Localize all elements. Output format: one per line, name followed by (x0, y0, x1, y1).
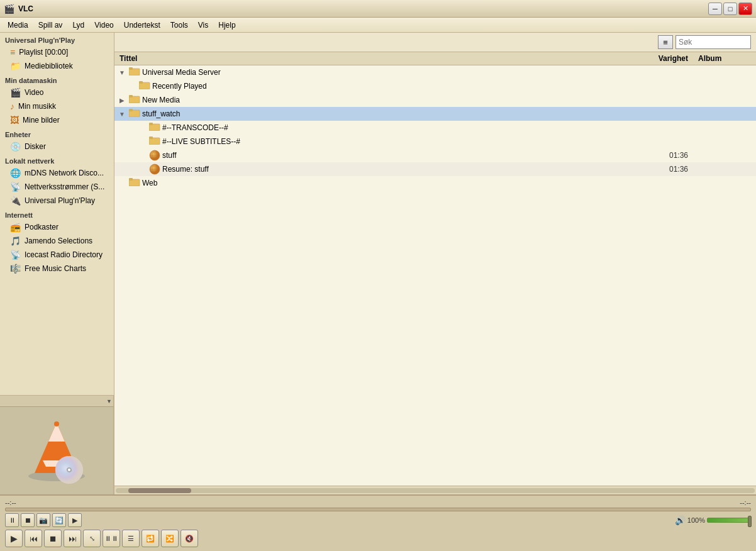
prev-button[interactable]: ⏮ (25, 530, 42, 547)
repeat-button[interactable]: 🔁 (142, 530, 159, 547)
mid-section: Universal Plug'n'Play ≡ Playlist [00:00]… (0, 33, 756, 494)
loop-button[interactable]: 🔄 (52, 513, 66, 527)
snapshot-button[interactable]: ⏸ (5, 513, 19, 527)
sidebar-item-label: Free Music Charts (25, 264, 86, 273)
network-icon-3: 🔌 (10, 196, 21, 206)
close-button[interactable]: ✕ (738, 3, 752, 15)
vlc-logo (22, 416, 91, 486)
folder-icon (139, 81, 150, 92)
menu-media[interactable]: Media (3, 19, 33, 31)
sidebar-item-label: Universal Plug'n'Play (25, 196, 95, 205)
expand-icon[interactable]: ▶ (117, 95, 127, 105)
fullscreen-button[interactable]: ⤡ (83, 530, 101, 547)
table-row[interactable]: ▶ New Media (114, 93, 756, 107)
menu-lyd[interactable]: Lyd (67, 19, 89, 31)
folder-icon (149, 122, 160, 133)
table-row[interactable]: Resume: stuff 01:36 (114, 162, 756, 176)
sidebar-item-label: Mediebibliotek (25, 62, 73, 70)
network-icon-2: 📡 (10, 182, 21, 192)
expand-icon[interactable] (137, 164, 147, 174)
playlist-button[interactable]: ☰ (122, 530, 140, 547)
section-header-network: Lokalt nettverk (0, 153, 105, 166)
sidebar-item-free-music-charts[interactable]: 🎼 Free Music Charts (0, 262, 105, 276)
sidebar-item-disker[interactable]: 💿 Disker (0, 140, 105, 153)
menu-vis[interactable]: Vis (193, 19, 213, 31)
expand-icon[interactable] (137, 136, 147, 147)
next-button[interactable]: ⏭ (64, 530, 81, 547)
tree-item-label: Web (142, 179, 630, 187)
volume-label: 100% (687, 516, 705, 524)
time-remaining: --:-- (740, 499, 751, 506)
globe-icon (149, 150, 160, 161)
app-window: 🎬 VLC ─ □ ✕ Media Spill av Lyd Video Und… (0, 0, 756, 551)
menu-video[interactable]: Video (89, 19, 118, 31)
col-header-title: Tittel (114, 54, 630, 63)
sidebar-item-podcasts[interactable]: 📻 Podkaster (0, 220, 105, 234)
mute-button[interactable]: 🔇 (181, 530, 198, 547)
svg-rect-15 (129, 95, 133, 97)
folder-icon (129, 67, 140, 78)
menu-hjelp[interactable]: Hjelp (213, 19, 240, 31)
folder-icon (129, 108, 140, 120)
app-title: VLC (18, 4, 33, 13)
tree-duration: 01:36 (630, 165, 693, 174)
video-icon: 🎬 (10, 87, 21, 97)
expand-icon[interactable]: ▼ (117, 109, 127, 119)
screenshot-button[interactable]: 📷 (36, 513, 50, 527)
stop-button[interactable]: ⏹ (44, 530, 62, 547)
sidebar-item-video[interactable]: 🎬 Video (0, 86, 105, 99)
record-button[interactable]: ⏹ (21, 513, 35, 527)
sidebar-item-label: Podkaster (25, 223, 58, 231)
sidebar-scroll-down[interactable]: ▼ (0, 395, 114, 406)
music-icon: ♪ (10, 101, 14, 111)
controls-section: --:-- --:-- ⏸ ⏹ 📷 🔄 ▶ 🔊 100% ▶ ⏮ ⏹ ⏭ (0, 494, 756, 551)
playlist-icon: ≡ (10, 47, 15, 57)
expand-icon[interactable] (127, 81, 137, 91)
minimize-button[interactable]: ─ (708, 3, 722, 15)
svg-rect-17 (129, 109, 133, 111)
table-row[interactable]: #--TRANSCODE--# (114, 121, 756, 135)
table-row[interactable]: #--LIVE SUBTITLES--# (114, 135, 756, 148)
maximize-button[interactable]: □ (723, 3, 737, 15)
table-row[interactable]: ▼ stuff_watch (114, 107, 756, 121)
scrollbar-track[interactable] (116, 488, 755, 493)
sidebar-item-jamendo[interactable]: 🎵 Jamendo Selections (0, 234, 105, 248)
expand-icon[interactable] (117, 178, 127, 188)
svg-rect-13 (139, 81, 143, 84)
expand-icon[interactable] (137, 123, 147, 133)
section-header-computer: Min datamaskin (0, 73, 105, 86)
seekbar[interactable] (5, 508, 751, 511)
sidebar-item-upnp[interactable]: 🔌 Universal Plug'n'Play (0, 194, 105, 208)
tree-duration: 01:36 (630, 151, 693, 160)
controls-top-row: ⏸ ⏹ 📷 🔄 ▶ 🔊 100% (0, 512, 756, 528)
table-row[interactable]: Recently Played (114, 79, 756, 93)
col-header-duration: Varighet (630, 54, 693, 63)
sidebar-item-music[interactable]: ♪ Min musikk (0, 99, 105, 113)
menu-undertekst[interactable]: Undertekst (119, 19, 165, 31)
tree-item-label: Recently Played (152, 82, 630, 91)
sidebar-item-mediebibliotek[interactable]: 📁 Mediebibliotek (0, 59, 105, 73)
expand-icon[interactable] (137, 150, 147, 160)
sidebar-item-mdns[interactable]: 🌐 mDNS Network Disco... (0, 166, 105, 180)
table-row[interactable]: stuff 01:36 (114, 148, 756, 162)
scrollbar-thumb[interactable] (128, 488, 191, 493)
horizontal-scrollbar[interactable] (114, 486, 756, 494)
menu-tools[interactable]: Tools (165, 19, 193, 31)
table-row[interactable]: ▼ Universal Media Server (114, 65, 756, 79)
menu-spill-av[interactable]: Spill av (33, 19, 68, 31)
search-input[interactable] (675, 35, 751, 49)
play-button[interactable]: ▶ (5, 530, 23, 547)
sidebar-item-images[interactable]: 🖼 Mine bilder (0, 113, 105, 127)
folder-icon (149, 136, 160, 147)
sidebar-item-icecast[interactable]: 📡 Icecast Radio Directory (0, 248, 105, 262)
sidebar-item-nettverks[interactable]: 📡 Nettverksstrømmer (S... (0, 180, 105, 194)
content-toolbar: ≡ (114, 33, 756, 52)
expand-icon[interactable]: ▼ (117, 67, 127, 77)
search-box-button[interactable]: ≡ (658, 35, 673, 49)
ab-button[interactable]: ▶ (68, 513, 82, 527)
sidebar-item-playlist[interactable]: ≡ Playlist [00:00] (0, 45, 105, 59)
table-row[interactable]: Web (114, 176, 756, 190)
shuffle-button[interactable]: 🔀 (161, 530, 179, 547)
volume-bar[interactable] (707, 518, 751, 523)
frame-button[interactable]: ⏸⏸ (103, 530, 120, 547)
